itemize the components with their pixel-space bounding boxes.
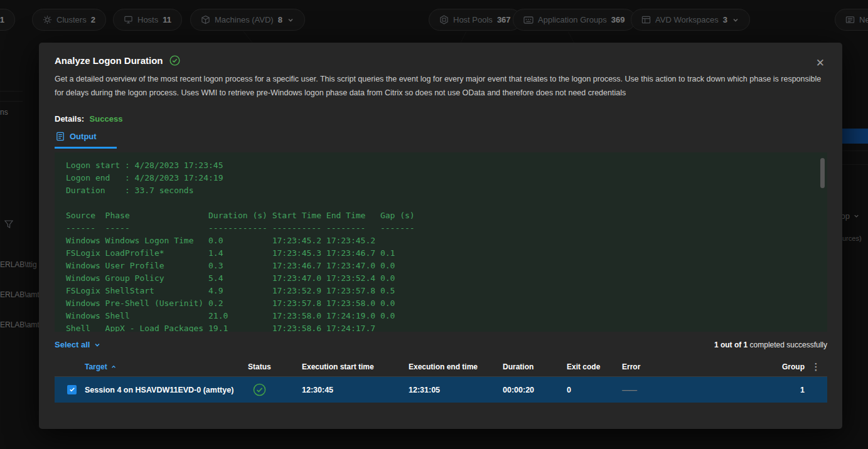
results-table: Target Status Execution start time Execu… bbox=[55, 357, 827, 403]
dialog-header: Analyze Logon Duration bbox=[55, 55, 827, 66]
column-header-group[interactable]: Group bbox=[767, 362, 805, 371]
row-exec-end: 12:31:05 bbox=[409, 386, 503, 394]
status-success-icon bbox=[253, 383, 266, 396]
select-all-label: Select all bbox=[55, 340, 90, 349]
row-exec-start: 12:30:45 bbox=[302, 386, 409, 394]
tab-output[interactable]: Output bbox=[55, 132, 117, 149]
dialog-title: Analyze Logon Duration bbox=[55, 55, 163, 66]
close-icon[interactable]: ✕ bbox=[816, 58, 825, 68]
completion-text: completed successfully bbox=[747, 341, 827, 349]
row-checkbox-cell bbox=[55, 385, 85, 395]
column-header-exec-start[interactable]: Execution start time bbox=[302, 362, 409, 371]
chevron-down-icon bbox=[94, 341, 101, 349]
column-header-exec-end[interactable]: Execution end time bbox=[409, 362, 503, 371]
tab-output-label: Output bbox=[70, 132, 97, 141]
table-row[interactable]: Session 4 on HSAVDW11EVD-0 (amttye) 12:3… bbox=[55, 377, 827, 403]
kebab-menu-icon[interactable]: ⋮ bbox=[805, 361, 827, 372]
column-header-target[interactable]: Target bbox=[85, 362, 248, 371]
row-exit-code: 0 bbox=[567, 386, 622, 394]
check-icon bbox=[69, 386, 75, 393]
details-status: Success bbox=[90, 114, 123, 124]
analyze-logon-duration-dialog: Analyze Logon Duration ✕ Get a detailed … bbox=[39, 43, 842, 429]
dialog-description: Get a detailed overview of the most rece… bbox=[55, 72, 825, 100]
row-checkbox[interactable] bbox=[67, 385, 77, 394]
console-output: Logon start : 4/28/2023 17:23:45 Logon e… bbox=[55, 152, 827, 332]
details-label: Details: bbox=[55, 114, 84, 124]
column-header-duration[interactable]: Duration bbox=[503, 362, 567, 371]
completion-status: 1 out of 1 completed successfully bbox=[714, 341, 827, 349]
console-scrollbar[interactable] bbox=[820, 158, 825, 188]
output-icon bbox=[56, 132, 65, 141]
screen: s 1 Clusters 2 Hosts 11 Machines (AVD) 8 bbox=[0, 0, 868, 449]
completion-count: 1 out of 1 bbox=[714, 341, 747, 349]
console-panel: Logon start : 4/28/2023 17:23:45 Logon e… bbox=[55, 152, 827, 332]
row-target: Session 4 on HSAVDW11EVD-0 (amttye) bbox=[85, 386, 248, 394]
row-error: —— bbox=[622, 386, 767, 394]
row-duration: 00:00:20 bbox=[503, 386, 567, 394]
details-row: Details: Success bbox=[55, 114, 827, 124]
results-toolbar: Select all 1 out of 1 completed successf… bbox=[55, 340, 827, 349]
select-all-dropdown[interactable]: Select all bbox=[55, 340, 101, 349]
column-header-error[interactable]: Error bbox=[622, 362, 767, 371]
table-header-row: Target Status Execution start time Execu… bbox=[55, 357, 827, 377]
row-status-cell bbox=[248, 383, 302, 396]
success-check-icon bbox=[169, 55, 180, 66]
column-header-label: Target bbox=[85, 362, 107, 371]
row-group: 1 bbox=[767, 386, 805, 394]
column-header-exit-code[interactable]: Exit code bbox=[567, 362, 622, 371]
sort-ascending-icon bbox=[110, 364, 117, 370]
column-header-status[interactable]: Status bbox=[248, 362, 302, 371]
